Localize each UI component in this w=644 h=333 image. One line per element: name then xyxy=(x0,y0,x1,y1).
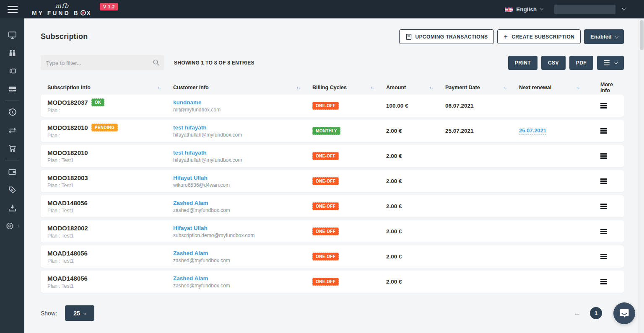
columns-menu-button[interactable] xyxy=(597,56,624,70)
language-selector[interactable]: English xyxy=(516,6,537,13)
previous-page-arrow[interactable]: ← xyxy=(574,309,581,318)
table-row: MOAD148056Plan : Test1Zashed Alamzashed@… xyxy=(41,195,624,217)
sidebar-item-payments[interactable] xyxy=(0,80,24,98)
customer-name-link[interactable]: Zashed Alam xyxy=(173,250,312,256)
column-header-subscription-info[interactable]: Subscription Info↑↓ xyxy=(41,85,173,90)
billing-cycle-badge: ONE-OFF xyxy=(312,278,339,286)
sidebar-item-wallet[interactable] xyxy=(0,163,24,181)
amount-cell: 2.00 € xyxy=(386,203,445,209)
sidebar-item-subscriptions[interactable] xyxy=(0,121,24,139)
sort-icon[interactable]: ↑↓ xyxy=(429,85,433,90)
next-renewal-cell: 25.07.2021 xyxy=(519,127,592,135)
print-button[interactable]: PRINT xyxy=(508,56,538,70)
app-logo[interactable]: mfb MY FUND BX xyxy=(32,3,92,16)
upcoming-transactions-button[interactable]: UPCOMING TRANSACTIONS xyxy=(399,29,494,44)
filter-box xyxy=(41,55,164,70)
user-name-redacted[interactable] xyxy=(554,5,615,14)
table-row: MODO182003Plan : Test1Hifayat Ullahwikor… xyxy=(41,170,624,192)
row-actions-menu-icon[interactable] xyxy=(600,229,624,235)
chevron-down-icon xyxy=(614,61,618,64)
plan-label: Plan : Test1 xyxy=(47,233,173,239)
scrollbar-track[interactable] xyxy=(639,18,644,333)
history-clock-icon xyxy=(8,108,17,117)
sidebar-item-history[interactable] xyxy=(0,103,24,121)
row-actions-menu-icon[interactable] xyxy=(600,128,624,134)
sort-icon[interactable]: ↑↓ xyxy=(370,85,374,90)
page-header: Subscription UPCOMING TRANSACTIONS + CRE… xyxy=(41,29,624,44)
sort-icon[interactable]: ↑↓ xyxy=(296,85,300,90)
more-info-cell xyxy=(592,204,624,209)
subscription-info-cell: MOAD148056Plan : Test1 xyxy=(41,199,173,214)
page-size-select[interactable]: 25 xyxy=(65,305,94,321)
gear-icon xyxy=(5,222,14,230)
subscription-id: MOAD148056 xyxy=(47,199,88,207)
page-number-button[interactable]: 1 xyxy=(590,307,602,319)
amount-cell: 2.00 € xyxy=(386,228,445,235)
logo-target-icon xyxy=(80,10,86,15)
enabled-filter-dropdown[interactable]: Enabled xyxy=(584,29,624,44)
customer-name-link[interactable]: Zashed Alam xyxy=(173,275,312,281)
subscription-id: MOAD148056 xyxy=(47,250,88,257)
row-actions-menu-icon[interactable] xyxy=(600,103,624,109)
plan-label: Plan : xyxy=(47,133,173,139)
sort-icon[interactable]: ↑↓ xyxy=(503,85,506,90)
amount-cell: 2.00 € xyxy=(386,253,445,260)
sidebar-item-imports[interactable] xyxy=(0,199,24,217)
customer-name-link[interactable]: Hifayat Ullah xyxy=(173,175,312,181)
subscription-id: MOAD148056 xyxy=(47,275,88,282)
scrollbar-thumb[interactable] xyxy=(640,20,644,50)
row-actions-menu-icon[interactable] xyxy=(600,153,624,159)
amount-value: 2.00 € xyxy=(386,228,445,235)
customer-name-link[interactable]: kundname xyxy=(173,99,312,106)
customer-email: mit@myfundbox.com xyxy=(173,107,312,113)
customer-name-link[interactable]: test hifayath xyxy=(173,124,312,131)
filter-input[interactable] xyxy=(41,55,164,70)
customer-info-cell: Zashed Alamzashed@myfundbox.com xyxy=(173,250,312,263)
column-header-billing-cycles[interactable]: Billing Cycles↑↓ xyxy=(312,85,386,90)
column-header-amount[interactable]: Amount↑↓ xyxy=(386,85,445,90)
language-chevron-down-icon[interactable] xyxy=(540,7,543,10)
import-tray-icon xyxy=(8,203,17,213)
row-actions-menu-icon[interactable] xyxy=(600,178,624,184)
column-header-customer-info[interactable]: Customer Info↑↓ xyxy=(173,85,312,90)
sort-icon[interactable]: ↑↓ xyxy=(576,85,579,90)
row-actions-menu-icon[interactable] xyxy=(600,204,624,209)
payment-date-cell: 06.07.2021 xyxy=(445,103,519,109)
customer-name-link[interactable]: test hifayath xyxy=(173,150,312,156)
pdf-button[interactable]: PDF xyxy=(569,56,593,70)
row-actions-menu-icon[interactable] xyxy=(600,254,624,260)
customer-email: zashed@myfundbox.com xyxy=(173,207,312,213)
amount-cell: 2.00 € xyxy=(386,128,445,134)
customer-info-cell: Hifayat Ullahwikoro6536@d4wan.com xyxy=(173,175,312,188)
customer-name-link[interactable]: Hifayat Ullah xyxy=(173,225,312,231)
sidebar-item-settings[interactable] xyxy=(0,217,24,235)
customer-email: hifayathullah@myfundbox.com xyxy=(173,132,312,138)
showing-entries-text: SHOWING 1 TO 8 OF 8 ENTRIES xyxy=(174,60,254,66)
customer-name-link[interactable]: Zashed Alam xyxy=(173,200,312,206)
column-header-payment-date[interactable]: Payment Date↑↓ xyxy=(445,85,519,90)
bank-mandate-icon xyxy=(8,66,17,76)
sidebar-item-customers[interactable] xyxy=(0,44,24,62)
sidebar-item-dashboard[interactable] xyxy=(0,26,24,44)
menu-toggle-icon[interactable] xyxy=(8,6,18,13)
more-info-cell xyxy=(592,229,624,235)
csv-button[interactable]: CSV xyxy=(541,56,566,70)
column-header-next-renewal[interactable]: Next renewal↑↓ xyxy=(519,85,592,90)
sidebar-item-pricing[interactable]: $ xyxy=(0,181,24,199)
table-row: MOAD148056Plan : Test1Zashed Alamzashed@… xyxy=(41,271,624,293)
plan-label: Plan : Test1 xyxy=(47,208,173,214)
sort-icon[interactable]: ↑↓ xyxy=(157,85,161,90)
table-row: MOAD148056Plan : Test1Zashed Alamzashed@… xyxy=(41,245,624,268)
chat-widget-button[interactable] xyxy=(613,302,635,324)
sidebar-item-orders[interactable] xyxy=(0,139,24,157)
account-chevron-down-icon[interactable] xyxy=(622,7,625,10)
chat-bubble-icon xyxy=(619,308,630,319)
next-renewal-link[interactable]: 25.07.2021 xyxy=(519,127,546,135)
row-actions-menu-icon[interactable] xyxy=(600,279,624,285)
billing-cycle-badge: ONE-OFF xyxy=(312,253,339,261)
sidebar-item-mandates[interactable] xyxy=(0,62,24,80)
subscription-info-cell: MODO182010Plan : Test1 xyxy=(41,149,173,163)
create-subscription-button[interactable]: + CREATE SUBSCRIPTION xyxy=(497,29,581,44)
users-icon xyxy=(8,48,17,58)
settings-chevron-right-icon[interactable] xyxy=(16,225,19,227)
